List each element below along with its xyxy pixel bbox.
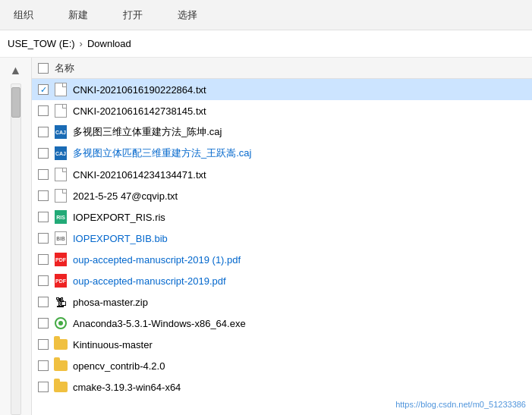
- breadcrumb-current[interactable]: Download: [87, 38, 131, 49]
- file-checkbox[interactable]: [38, 297, 49, 307]
- file-row[interactable]: CNKI-20210614234134471.txt: [32, 164, 532, 185]
- file-name: oup-accepted-manuscript-2019.pdf: [73, 275, 226, 287]
- file-icon-wrapper: [53, 167, 68, 182]
- file-icon-wrapper: [53, 103, 68, 118]
- file-checkbox[interactable]: [38, 318, 49, 329]
- file-row[interactable]: PDFoup-accepted-manuscript-2019 (1).pdf: [32, 249, 532, 270]
- file-checkbox[interactable]: [38, 212, 49, 222]
- file-icon-wrapper: [53, 188, 68, 203]
- file-icon-wrapper: 🗜: [53, 294, 68, 310]
- file-row[interactable]: cmake-3.19.3-win64-x64: [32, 376, 532, 398]
- toolbar-item-组织[interactable]: 组织: [8, 5, 39, 25]
- main-area: ▲ 名称 ✓CNKI-20210616190222864.txtCNKI-202…: [0, 58, 532, 415]
- caj-icon: CAJ: [55, 146, 67, 160]
- file-name: opencv_contrib-4.2.0: [73, 360, 165, 372]
- file-rows-container: ✓CNKI-20210616190222864.txtCNKI-20210616…: [32, 79, 532, 398]
- file-name: IOPEXPORT_BIB.bib: [73, 233, 168, 244]
- txt-icon: [55, 189, 67, 203]
- pdf-icon: PDF: [55, 253, 67, 266]
- file-name: CNKI-20210616142738145.txt: [73, 105, 206, 117]
- file-row[interactable]: 2021-5-25 47@cqvip.txt: [32, 185, 532, 206]
- file-row[interactable]: Anaconda3-5.3.1-Windows-x86_64.exe: [32, 313, 532, 334]
- zip-icon: 🗜: [54, 295, 68, 309]
- file-name: IOPEXPORT_RIS.ris: [73, 212, 165, 223]
- file-list: 名称 ✓CNKI-20210616190222864.txtCNKI-20210…: [32, 58, 532, 415]
- file-name: Kintinuous-master: [73, 339, 153, 351]
- caj-icon: CAJ: [55, 125, 67, 139]
- file-name: Anaconda3-5.3.1-Windows-x86_64.exe: [73, 318, 246, 329]
- exe-icon: [55, 317, 67, 329]
- file-row[interactable]: CAJ多视图立体匹配三维重建方法_王跃嵩.caj: [32, 143, 532, 164]
- file-checkbox[interactable]: [38, 233, 49, 244]
- file-name: 2021-5-25 47@cqvip.txt: [73, 190, 178, 202]
- file-checkbox[interactable]: [38, 254, 49, 265]
- breadcrumb-root[interactable]: USE_TOW (E:): [8, 38, 75, 49]
- scrollbar-thumb[interactable]: [11, 87, 20, 118]
- file-name: oup-accepted-manuscript-2019 (1).pdf: [73, 254, 241, 266]
- select-all-checkbox[interactable]: [38, 63, 49, 74]
- txt-icon: [55, 83, 67, 96]
- file-name: CNKI-20210616190222864.txt: [73, 84, 206, 96]
- toolbar: 组织新建打开选择: [0, 0, 532, 30]
- file-checkbox[interactable]: [38, 382, 49, 392]
- file-icon-wrapper: CAJ: [53, 124, 68, 140]
- file-icon-wrapper: [53, 379, 68, 395]
- file-name: cmake-3.19.3-win64-x64: [73, 382, 181, 393]
- file-name: 多视图立体匹配三维重建方法_王跃嵩.caj: [73, 146, 251, 160]
- breadcrumb: USE_TOW (E:) › Download: [0, 30, 532, 58]
- file-row[interactable]: CAJ多视图三维立体重建方法_陈坤.caj: [32, 121, 532, 143]
- file-checkbox[interactable]: [38, 339, 49, 350]
- file-row[interactable]: 🗜phosa-master.zip: [32, 291, 532, 313]
- bib-icon: BIB: [55, 231, 67, 245]
- watermark: https://blog.csdn.net/m0_51233386: [395, 400, 526, 409]
- sidebar: ▲: [0, 58, 32, 415]
- scrollbar-track[interactable]: [11, 83, 21, 415]
- file-checkbox[interactable]: [38, 127, 49, 137]
- file-icon-wrapper: [53, 337, 68, 352]
- column-header: 名称: [32, 58, 532, 79]
- file-checkbox[interactable]: [38, 148, 49, 159]
- file-row[interactable]: PDFoup-accepted-manuscript-2019.pdf: [32, 270, 532, 291]
- file-checkbox[interactable]: [38, 105, 49, 116]
- breadcrumb-separator: ›: [80, 38, 83, 49]
- toolbar-item-打开[interactable]: 打开: [117, 5, 149, 25]
- toolbar-item-新建[interactable]: 新建: [62, 5, 94, 25]
- file-row[interactable]: opencv_contrib-4.2.0: [32, 355, 532, 376]
- file-icon-wrapper: PDF: [53, 252, 68, 267]
- file-icon-wrapper: CAJ: [53, 146, 68, 161]
- pdf-icon: PDF: [55, 274, 67, 288]
- ris-icon: RIS: [55, 210, 67, 224]
- toolbar-item-选择[interactable]: 选择: [172, 5, 203, 25]
- name-column-header: 名称: [55, 61, 74, 75]
- folder-icon: [54, 360, 68, 371]
- file-checkbox[interactable]: [38, 275, 49, 286]
- file-row[interactable]: BIBIOPEXPORT_BIB.bib: [32, 228, 532, 249]
- file-row[interactable]: ✓CNKI-20210616190222864.txt: [32, 79, 532, 100]
- file-icon-wrapper: PDF: [53, 273, 68, 288]
- file-name: CNKI-20210614234134471.txt: [73, 169, 206, 181]
- file-row[interactable]: CNKI-20210616142738145.txt: [32, 100, 532, 121]
- file-row[interactable]: Kintinuous-master: [32, 334, 532, 355]
- scroll-up-arrow[interactable]: ▲: [10, 64, 22, 77]
- file-icon-wrapper: BIB: [53, 231, 68, 246]
- txt-icon: [55, 104, 67, 118]
- file-checkbox[interactable]: [38, 360, 49, 371]
- txt-icon: [55, 168, 67, 181]
- folder-icon: [54, 382, 68, 392]
- file-row[interactable]: RISIOPEXPORT_RIS.ris: [32, 206, 532, 228]
- file-checkbox[interactable]: ✓: [38, 84, 49, 95]
- file-icon-wrapper: [53, 316, 68, 331]
- folder-icon: [54, 339, 68, 350]
- file-checkbox[interactable]: [38, 190, 49, 201]
- file-name: 多视图三维立体重建方法_陈坤.caj: [73, 125, 222, 139]
- file-checkbox[interactable]: [38, 169, 49, 180]
- file-icon-wrapper: RIS: [53, 209, 68, 225]
- file-name: phosa-master.zip: [73, 297, 148, 308]
- file-icon-wrapper: [53, 358, 68, 373]
- file-icon-wrapper: [53, 82, 68, 97]
